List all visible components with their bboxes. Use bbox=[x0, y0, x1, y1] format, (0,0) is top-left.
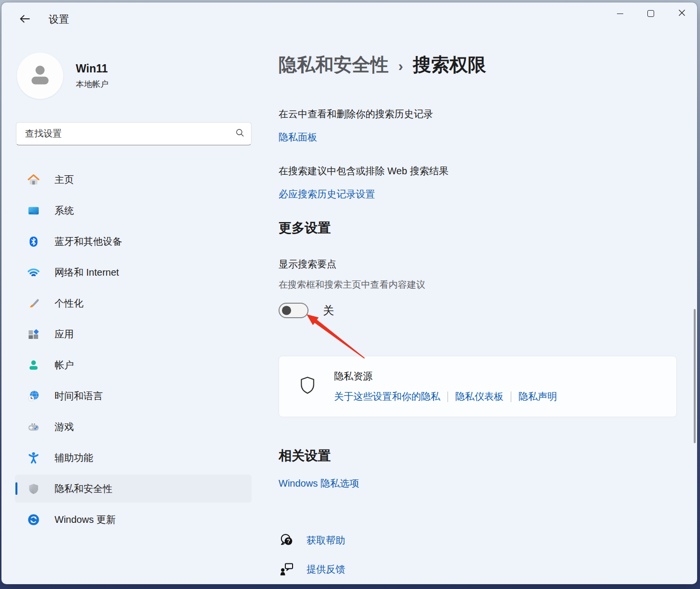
search-highlights-toggle-row: 关 bbox=[279, 302, 677, 319]
sidebar-item-label: Windows 更新 bbox=[55, 513, 116, 526]
sidebar-item-label: 游戏 bbox=[55, 421, 74, 434]
privacy-resources-card: 隐私资源 关于这些设置和你的隐私 隐私仪表板 隐私声明 bbox=[279, 356, 677, 417]
sidebar-item-label: 时间和语言 bbox=[55, 390, 103, 403]
sidebar-item-gaming[interactable]: 游戏 bbox=[15, 413, 252, 441]
search-highlights-title: 显示搜索要点 bbox=[279, 258, 677, 271]
get-help-row[interactable]: ? 获取帮助 bbox=[279, 531, 677, 550]
search-highlights-toggle[interactable] bbox=[279, 303, 308, 318]
sidebar-item-label: 帐户 bbox=[55, 359, 74, 372]
sidebar-item-label: 辅助功能 bbox=[55, 451, 93, 464]
sidebar-item-accessibility[interactable]: 辅助功能 bbox=[15, 444, 252, 472]
settings-window: 设置 Win11 bbox=[1, 2, 697, 584]
shield-outline-icon bbox=[299, 376, 316, 397]
feedback-row[interactable]: 提供反馈 bbox=[279, 560, 677, 579]
about-settings-privacy-link[interactable]: 关于这些设置和你的隐私 bbox=[334, 390, 440, 403]
bluetooth-icon bbox=[27, 235, 40, 248]
sidebar-item-label: 蓝牙和其他设备 bbox=[55, 235, 122, 248]
sidebar-item-privacy-security[interactable]: 隐私和安全性 bbox=[15, 475, 252, 503]
bing-search-history-link[interactable]: 必应搜索历史记录设置 bbox=[279, 188, 375, 201]
window-controls bbox=[604, 2, 697, 25]
maximize-button[interactable] bbox=[635, 2, 666, 25]
close-button[interactable] bbox=[666, 2, 697, 25]
sidebar-item-windows-update[interactable]: Windows 更新 bbox=[15, 505, 252, 533]
close-icon bbox=[678, 9, 686, 18]
breadcrumb-parent[interactable]: 隐私和安全性 bbox=[279, 53, 389, 77]
user-account-type: 本地帐户 bbox=[76, 79, 109, 90]
windows-privacy-options-link[interactable]: Windows 隐私选项 bbox=[279, 477, 359, 490]
related-settings-heading: 相关设置 bbox=[279, 447, 677, 464]
wifi-icon bbox=[27, 266, 40, 279]
toggle-knob bbox=[282, 306, 291, 315]
feedback-link[interactable]: 提供反馈 bbox=[307, 563, 345, 576]
sidebar-item-label: 系统 bbox=[55, 204, 74, 217]
privacy-statement-link[interactable]: 隐私声明 bbox=[518, 390, 557, 403]
sidebar: Win11 本地帐户 主页 bbox=[1, 36, 264, 584]
user-account[interactable]: Win11 本地帐户 bbox=[17, 53, 252, 99]
search-input[interactable] bbox=[16, 123, 251, 145]
app-title: 设置 bbox=[49, 13, 69, 26]
minimize-button[interactable] bbox=[604, 2, 635, 25]
shield-icon bbox=[27, 482, 40, 495]
sidebar-item-bluetooth-devices[interactable]: 蓝牙和其他设备 bbox=[15, 227, 252, 255]
more-settings-heading: 更多设置 bbox=[279, 219, 677, 237]
back-arrow-icon bbox=[18, 13, 31, 27]
sidebar-item-accounts[interactable]: 帐户 bbox=[15, 351, 252, 379]
privacy-resources-title: 隐私资源 bbox=[334, 370, 557, 383]
search-highlights-description: 在搜索框和搜索主页中查看内容建议 bbox=[279, 279, 677, 291]
sidebar-item-label: 网络和 Internet bbox=[55, 266, 119, 279]
sidebar-item-network-internet[interactable]: 网络和 Internet bbox=[15, 258, 252, 286]
page-title: 搜索权限 bbox=[413, 53, 486, 77]
globe-clock-icon bbox=[27, 389, 40, 403]
sidebar-nav: 主页 系统 蓝牙和其他设备 bbox=[15, 166, 252, 533]
accessibility-icon bbox=[27, 451, 40, 464]
person-icon bbox=[26, 61, 54, 91]
sidebar-item-apps[interactable]: 应用 bbox=[15, 320, 252, 348]
sidebar-item-time-language[interactable]: 时间和语言 bbox=[15, 382, 252, 410]
scrollbar[interactable] bbox=[694, 309, 696, 443]
gamepad-icon bbox=[27, 420, 40, 434]
svg-text:?: ? bbox=[287, 538, 290, 545]
breadcrumb: 隐私和安全性 › 搜索权限 bbox=[279, 53, 677, 77]
breadcrumb-separator-icon: › bbox=[398, 58, 403, 74]
help-section: ? 获取帮助 提供反馈 bbox=[279, 531, 677, 579]
maximize-icon bbox=[647, 10, 654, 17]
back-button[interactable] bbox=[14, 10, 35, 28]
privacy-dashboard-card-link[interactable]: 隐私仪表板 bbox=[455, 390, 504, 403]
minimize-icon bbox=[617, 14, 623, 14]
toggle-state-label: 关 bbox=[323, 303, 334, 318]
system-icon bbox=[27, 204, 40, 217]
main-content: 隐私和安全性 › 搜索权限 在云中查看和删除你的搜索历史记录 隐私面板 在搜索建… bbox=[264, 36, 697, 584]
privacy-dashboard-link[interactable]: 隐私面板 bbox=[279, 131, 317, 144]
sidebar-item-label: 应用 bbox=[55, 328, 74, 341]
avatar bbox=[17, 53, 63, 99]
privacy-resources-links: 关于这些设置和你的隐私 隐私仪表板 隐私声明 bbox=[334, 390, 557, 403]
search-icon bbox=[235, 128, 245, 140]
sidebar-item-label: 个性化 bbox=[55, 297, 84, 310]
link-separator bbox=[448, 392, 448, 402]
home-icon bbox=[27, 173, 40, 186]
cloud-history-text: 在云中查看和删除你的搜索历史记录 bbox=[279, 108, 677, 120]
sidebar-item-home[interactable]: 主页 bbox=[15, 166, 252, 194]
get-help-icon: ? bbox=[279, 532, 295, 548]
paintbrush-icon bbox=[27, 296, 40, 310]
sidebar-item-system[interactable]: 系统 bbox=[15, 196, 252, 224]
sidebar-item-label: 主页 bbox=[55, 173, 74, 186]
feedback-icon bbox=[279, 561, 295, 577]
web-results-text: 在搜索建议中包含或排除 Web 搜索结果 bbox=[279, 165, 677, 177]
user-name: Win11 bbox=[76, 62, 109, 75]
settings-search-box bbox=[16, 122, 252, 145]
sidebar-item-personalization[interactable]: 个性化 bbox=[15, 289, 252, 317]
titlebar: 设置 bbox=[1, 2, 697, 36]
windows-update-icon bbox=[27, 513, 40, 526]
accounts-icon bbox=[27, 358, 40, 372]
desktop-background: 设置 Win11 bbox=[0, 0, 700, 589]
apps-icon bbox=[27, 327, 40, 341]
get-help-link[interactable]: 获取帮助 bbox=[307, 534, 345, 547]
sidebar-item-label: 隐私和安全性 bbox=[55, 482, 112, 495]
link-separator bbox=[511, 392, 511, 402]
